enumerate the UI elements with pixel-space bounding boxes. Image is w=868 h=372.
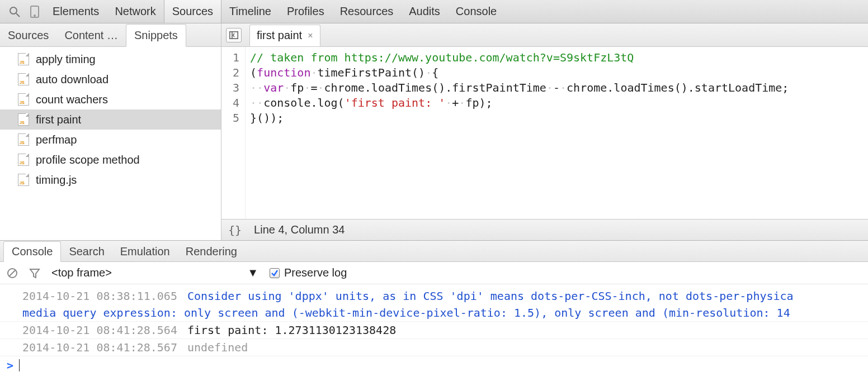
snippet-item-label: timing.js	[36, 174, 77, 187]
snippet-item-label: profile scope method	[36, 154, 140, 166]
snippet-item-label: perfmap	[36, 133, 77, 146]
sources-sidebar-tabs: SourcesContent …Snippets	[0, 23, 221, 47]
code-lines: // taken from https://www.youtube.com/wa…	[246, 47, 789, 219]
prompt-caret-icon: >	[7, 359, 13, 372]
sidebar-tab-sources[interactable]: Sources	[0, 25, 56, 46]
console-log-row: 2014-10-21 08:38:11.065Consider using 'd…	[0, 288, 868, 322]
snippet-item[interactable]: JSauto download	[0, 69, 221, 89]
snippet-item-label: auto download	[36, 73, 108, 86]
drawer-tab-console[interactable]: Console	[3, 241, 61, 262]
main-tab-network[interactable]: Network	[107, 0, 163, 23]
svg-point-3	[34, 15, 35, 16]
snippet-item-label: count wachers	[36, 93, 108, 106]
main-tab-profiles[interactable]: Profiles	[279, 0, 332, 23]
console-toolbar: <top frame> ▼ Preserve log	[0, 262, 868, 284]
preserve-log-toggle[interactable]: Preserve log	[270, 266, 347, 279]
js-file-icon: JS	[18, 133, 29, 146]
js-file-icon: JS	[18, 174, 29, 186]
main-tab-sources[interactable]: Sources	[164, 0, 221, 23]
search-icon[interactable]	[4, 2, 25, 22]
chevron-down-icon: ▼	[247, 266, 258, 279]
drawer-tab-bar: ConsoleSearchEmulationRendering	[0, 241, 868, 262]
js-file-icon: JS	[18, 154, 29, 166]
svg-marker-8	[30, 269, 39, 278]
snippet-item[interactable]: JScount wachers	[0, 89, 221, 109]
drawer-tab-search[interactable]: Search	[61, 242, 112, 261]
snippet-item[interactable]: JSperfmap	[0, 130, 221, 150]
console-log: 2014-10-21 08:38:11.065Consider using 'd…	[0, 284, 868, 356]
editor-status-bar: {} Line 4, Column 34	[221, 219, 868, 240]
code-editor[interactable]: 12345 // taken from https://www.youtube.…	[221, 47, 868, 219]
snippets-list: JSapply timingJSauto downloadJScount wac…	[0, 47, 221, 240]
console-log-row: 2014-10-21 08:41:28.567undefined	[0, 339, 868, 356]
pretty-print-icon[interactable]: {}	[228, 223, 242, 237]
device-icon[interactable]	[25, 2, 45, 22]
code-gutter: 12345	[221, 47, 246, 219]
log-timestamp: 2014-10-21 08:38:11.065	[22, 288, 177, 304]
snippet-item[interactable]: JStiming.js	[0, 170, 221, 190]
checkbox-icon	[270, 268, 280, 278]
text-cursor-icon	[19, 359, 20, 371]
snippet-item[interactable]: JSprofile scope method	[0, 150, 221, 170]
svg-point-0	[10, 7, 17, 14]
main-tab-resources[interactable]: Resources	[332, 0, 402, 23]
drawer-tab-emulation[interactable]: Emulation	[112, 242, 178, 261]
navigator-toggle-icon[interactable]	[226, 28, 242, 42]
snippet-item-label: apply timing	[36, 53, 96, 66]
svg-line-7	[10, 270, 16, 276]
cursor-position-label: Line 4, Column 34	[254, 223, 345, 236]
frame-select-label: <top frame>	[51, 266, 112, 279]
filter-icon[interactable]	[29, 268, 40, 279]
drawer-tab-rendering[interactable]: Rendering	[178, 242, 245, 261]
sources-sidebar: SourcesContent …Snippets JSapply timingJ…	[0, 23, 221, 240]
log-timestamp: 2014-10-21 08:41:28.564	[22, 322, 177, 338]
editor-column: first paint × 12345 // taken from https:…	[221, 23, 868, 240]
log-timestamp: 2014-10-21 08:41:28.567	[22, 339, 177, 356]
frame-select[interactable]: <top frame> ▼	[51, 266, 258, 279]
snippet-item[interactable]: JSfirst paint	[0, 109, 221, 130]
console-log-row: 2014-10-21 08:41:28.564first paint: 1.27…	[0, 322, 868, 339]
main-tab-timeline[interactable]: Timeline	[221, 0, 279, 23]
close-icon[interactable]: ×	[308, 31, 313, 41]
js-file-icon: JS	[18, 93, 29, 106]
svg-rect-4	[230, 31, 238, 38]
js-file-icon: JS	[18, 53, 29, 65]
sources-panel: SourcesContent …Snippets JSapply timingJ…	[0, 23, 868, 241]
clear-console-icon[interactable]	[7, 268, 18, 279]
main-tab-bar: ElementsNetworkSourcesTimelineProfilesRe…	[0, 0, 868, 23]
main-tab-audits[interactable]: Audits	[401, 0, 448, 23]
preserve-log-label: Preserve log	[284, 266, 347, 279]
snippet-item[interactable]: JSapply timing	[0, 49, 221, 69]
console-prompt[interactable]: >	[0, 356, 868, 372]
editor-header: first paint ×	[221, 23, 868, 47]
js-file-icon: JS	[18, 113, 29, 126]
sidebar-tab-content-[interactable]: Content …	[56, 25, 126, 46]
main-tab-elements[interactable]: Elements	[45, 0, 107, 23]
svg-line-1	[16, 13, 20, 17]
editor-file-tab[interactable]: first paint ×	[249, 25, 320, 46]
sidebar-tab-snippets[interactable]: Snippets	[126, 24, 186, 47]
snippet-item-label: first paint	[36, 113, 81, 126]
editor-file-tab-label: first paint	[257, 29, 302, 42]
main-tab-console[interactable]: Console	[448, 0, 504, 23]
js-file-icon: JS	[18, 73, 29, 85]
